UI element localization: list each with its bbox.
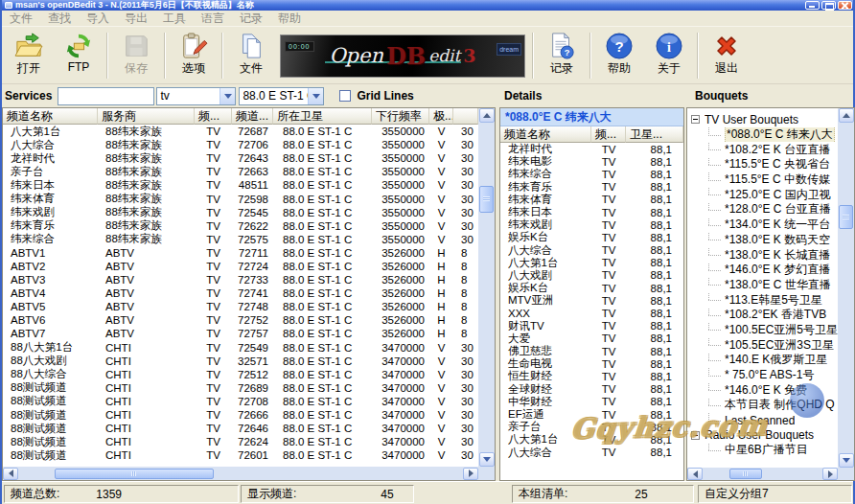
tree-item[interactable]: * 75.0°E ABS-1号 [687,368,838,383]
list-item[interactable]: 生命电视TV88,1 [500,357,683,370]
close-icon[interactable] [838,1,852,10]
column-header[interactable]: 频道名称 [3,108,98,125]
scroll-left-icon[interactable] [687,468,703,480]
exit-button[interactable]: 退出 [702,30,751,81]
ftp-button[interactable]: FTP [54,30,104,81]
tree-item[interactable]: *108.2°E K 台亚直播 [687,142,838,157]
bouquets-vertical-scrollbar[interactable] [838,108,854,468]
tree-item[interactable]: *100.5EC亚洲5号卫星 [687,323,838,338]
scroll-up-icon[interactable] [479,108,495,123]
bouquets-horizontal-scrollbar[interactable] [687,468,838,480]
scroll-right-icon[interactable] [463,468,478,480]
column-header[interactable]: 频... [591,126,626,143]
table-row[interactable]: ABTV1ABTVTV7271188.0 E ST-1 C3526000H8 [3,246,478,260]
table-row[interactable]: 88测试频道CHTITV7268988.0 E ST-1 C3470000V30 [3,381,478,395]
menu-item-export[interactable]: 导出 [117,11,155,27]
tree-item[interactable]: *146.0°E K 免费 [687,382,838,398]
about-button[interactable]: i关于 [644,30,694,81]
table-row[interactable]: 88测试频道CHTITV7264688.0 E ST-1 C3470000V30 [3,422,478,435]
table-row[interactable]: 88测试频道CHTITV7260188.0 E ST-1 C3470000V30 [3,448,478,462]
list-item[interactable]: 八大综合TV88,1 [500,447,683,459]
options-button[interactable]: 选项 [169,30,219,81]
list-item[interactable]: 中华财经TV88,1 [500,396,683,408]
list-item[interactable]: 娱乐K台TV88,1 [500,282,683,294]
tree-item[interactable]: *146.0°E K 梦幻直播 [687,263,838,278]
list-item[interactable]: 纬来电影TV88,1 [500,155,683,168]
table-row[interactable]: 88测试频道CHTITV7262488.0 E ST-1 C3470000V30 [3,435,478,448]
column-header[interactable]: 服务商 [98,108,195,125]
list-item[interactable]: 八大第1台TV88,1 [500,257,683,269]
tree-item[interactable]: *138.0°E C 世华直播 [687,278,838,293]
table-row[interactable]: 88八大第1台CHTITV7254988.0 E ST-1 C3470000V3… [3,341,478,355]
list-item[interactable]: 财讯TVTV88,1 [500,320,683,332]
tree-item[interactable]: *125.0°E C 国内卫视 [687,187,838,202]
list-item[interactable]: 纬来育乐TV88,1 [500,181,683,194]
scroll-up-icon[interactable] [839,108,854,123]
column-header[interactable]: 卫星... [626,126,683,143]
table-row[interactable]: 纬来体育88纬来家族TV7259888.0 E ST-1 C3550000V30 [3,192,478,205]
log-button[interactable]: ?记录 [537,30,587,81]
grid-lines-checkbox[interactable] [339,90,351,102]
column-header[interactable]: 下行频率 [372,108,429,125]
tree-item[interactable]: *115.5°E C 央视省台 [687,157,838,172]
search-input[interactable] [58,87,154,105]
table-row[interactable]: 纬来戏剧88纬来家族TV7254588.0 E ST-1 C3550000V30 [3,206,478,219]
tree-item[interactable]: *140.E K俄罗斯卫星 [687,353,838,368]
scrollbar-thumb[interactable] [479,186,494,213]
column-header[interactable] [453,108,478,125]
list-item[interactable]: 龙祥时代TV88,1 [500,143,683,155]
tree-item[interactable]: 本节目表 制作QHD Q [687,398,838,413]
tree-item[interactable]: *108.2°EK 香港TVB [687,308,838,323]
satellite-dropdown[interactable]: 88.0 E ST-1 C [239,87,324,105]
menu-item-tools[interactable]: 工具 [155,11,194,27]
column-header[interactable]: 频... [195,108,232,125]
column-header[interactable]: 频道... [232,108,273,125]
tree-item[interactable]: *105.5EC亚洲3S卫星 [687,337,838,353]
list-item[interactable]: 纬来综合TV88,1 [500,168,683,180]
list-item[interactable]: 佛卫慈悲TV88,1 [500,345,683,357]
list-item[interactable]: 亲子台TV88,1 [500,421,683,433]
list-item[interactable]: 纬来戏剧TV88,1 [500,218,683,231]
menu-item-file[interactable]: 文件 [2,11,40,27]
scroll-down-icon[interactable] [479,452,495,467]
chevron-down-icon[interactable] [308,88,323,104]
scrollbar-thumb[interactable] [729,469,762,479]
tree-item[interactable]: Last Scanned [687,413,838,428]
table-row[interactable]: 88八大综合CHTITV7251288.0 E ST-1 C3470000V30 [3,368,478,381]
table-row[interactable]: 88八大戏剧CHTITV3257188.0 E ST-1 C3470000V30 [3,355,478,368]
list-item[interactable]: MTV亚洲TV88,1 [500,294,683,307]
minimize-icon[interactable] [805,1,820,10]
maximize-icon[interactable] [821,1,836,10]
help-button[interactable]: ?帮助 [594,30,644,81]
column-header[interactable]: 极... [429,108,453,125]
service-type-dropdown[interactable]: tv [156,87,236,105]
list-item[interactable]: 八大戏剧TV88,1 [500,269,683,282]
open-button[interactable]: 打开 [4,30,54,81]
list-item[interactable]: 全球财经TV88,1 [500,383,683,396]
tree-item[interactable]: 中星6B广播节目 [687,443,838,458]
scroll-down-icon[interactable] [839,453,854,468]
table-row[interactable]: 纬来综合88纬来家族TV7257588.0 E ST-1 C3550000V30 [3,233,478,246]
list-item[interactable]: 大爱TV88,1 [500,332,683,345]
tree-item[interactable]: *134.0°E K 统一平台 [687,218,838,233]
table-row[interactable]: 纬来育乐88纬来家族TV7262288.0 E ST-1 C3550000V30 [3,219,478,233]
menu-item-import[interactable]: 导入 [79,11,117,27]
list-item[interactable]: XXXTV88,1 [500,307,683,319]
services-horizontal-scrollbar[interactable] [3,467,478,480]
tree-item[interactable]: *128.0°E C 台亚直播 [687,202,838,218]
scrollbar-thumb[interactable] [55,469,214,479]
table-row[interactable]: 88测试频道CHTITV7266688.0 E ST-1 C3470000V30 [3,408,478,422]
menu-item-find[interactable]: 查找 [40,11,79,27]
list-item[interactable]: 娱乐K台TV88,1 [500,231,683,243]
chevron-down-icon[interactable] [220,88,235,104]
table-row[interactable]: ABTV5ABTVTV7274888.0 E ST-1 C3526000H8 [3,300,478,313]
tree-item[interactable]: *088.0°E C 纬来八大 [687,127,838,143]
collapse-icon[interactable] [691,431,700,440]
table-row[interactable]: ABTV3ABTVTV7273388.0 E ST-1 C3526000H8 [3,273,478,286]
list-item[interactable]: EF运通TV88,1 [500,408,683,421]
table-row[interactable]: 龙祥时代88纬来家族TV7264388.0 E ST-1 C3550000V30 [3,151,478,165]
list-item[interactable]: 八大第1台TV88,1 [500,433,683,446]
scroll-left-icon[interactable] [3,468,18,480]
collapse-icon[interactable] [691,115,700,124]
tree-item[interactable]: *113.E韩星5号卫星 [687,292,838,308]
